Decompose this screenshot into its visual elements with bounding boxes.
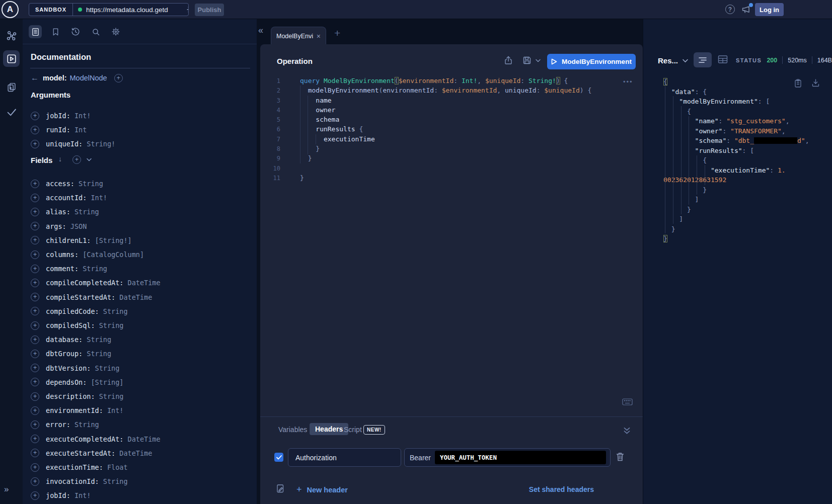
keyboard-shortcuts-icon[interactable] [622, 398, 633, 405]
header-enabled-checkbox[interactable] [274, 453, 283, 462]
collapse-docs-icon[interactable]: « [258, 25, 263, 36]
field-type-link[interactable]: String [79, 180, 103, 188]
field-name-link[interactable]: executionTime: [46, 463, 107, 471]
add-field-icon[interactable]: + [31, 335, 39, 344]
table-view-toggle-icon[interactable] [718, 55, 728, 64]
field-name-link[interactable]: environmentId: [46, 406, 107, 414]
help-icon[interactable]: ? [725, 5, 735, 14]
share-operation-icon[interactable] [504, 56, 513, 65]
doc-field-row[interactable]: +database: String [31, 332, 111, 347]
field-type-link[interactable]: Int! [107, 406, 124, 414]
add-field-icon[interactable]: + [31, 265, 39, 273]
field-name-link[interactable]: compileCompletedAt: [46, 279, 128, 287]
doc-field-row[interactable]: +accountId: Int! [31, 191, 107, 205]
field-type-link[interactable]: String [74, 208, 99, 216]
add-field-icon[interactable]: + [31, 421, 39, 429]
publish-button[interactable]: Publish [195, 4, 224, 16]
add-field-icon[interactable]: + [31, 307, 39, 315]
doc-field-row[interactable]: +dbtVersion: String [31, 361, 119, 375]
add-field-icon[interactable]: + [31, 208, 39, 216]
field-type-link[interactable]: String [87, 350, 111, 358]
field-name-link[interactable]: uniqueId: [46, 140, 87, 148]
add-field-icon[interactable]: + [31, 293, 39, 301]
tab-headers[interactable]: Headers [310, 423, 348, 435]
doc-field-row[interactable]: +dependsOn: [String] [31, 375, 123, 389]
field-type-link[interactable]: String [83, 265, 107, 273]
raw-view-toggle-icon[interactable] [694, 52, 712, 67]
doc-field-row[interactable]: +compiledSql: String [31, 318, 123, 332]
delete-header-icon[interactable] [616, 452, 625, 462]
field-type-link[interactable]: String [103, 477, 128, 485]
doc-field-row[interactable]: +columns: [CatalogColumn] [31, 247, 144, 262]
doc-field-row[interactable]: +dbtGroup: String [31, 347, 111, 361]
field-name-link[interactable]: dependsOn: [46, 378, 91, 386]
add-field-icon[interactable]: + [114, 74, 123, 82]
field-name-link[interactable]: invocationId: [46, 477, 103, 485]
add-field-icon[interactable]: + [31, 477, 39, 486]
collections-icon[interactable] [3, 78, 20, 95]
add-field-icon[interactable]: + [31, 321, 39, 330]
doc-field-row[interactable]: +comment: String [31, 262, 107, 276]
field-type-link[interactable]: String [87, 335, 111, 344]
graphql-editor[interactable]: 1query ModelByEnvironment($environmentId… [260, 76, 591, 183]
checks-icon[interactable] [3, 104, 20, 120]
login-button[interactable]: Log in [755, 3, 784, 16]
field-name-link[interactable]: columns: [46, 250, 83, 259]
field-name-link[interactable]: comment: [46, 265, 83, 273]
field-type-link[interactable]: [String!] [95, 236, 132, 244]
doc-field-row[interactable]: +compileCompletedAt: DateTime [31, 276, 161, 290]
field-type-link[interactable]: Int! [74, 491, 91, 499]
tab-script[interactable]: Script [344, 426, 362, 434]
doc-field-row[interactable]: +childrenL1: [String!] [31, 233, 132, 247]
fields-options-chevron-icon[interactable] [87, 158, 92, 161]
add-field-icon[interactable]: + [31, 126, 39, 134]
sort-fields-icon[interactable]: ↓ [58, 155, 62, 163]
connection-settings-gear-icon[interactable] [186, 5, 189, 14]
doc-field-row[interactable]: +executeStartedAt: DateTime [31, 446, 152, 460]
breadcrumb-type-link[interactable]: ModelNode [70, 74, 107, 82]
add-field-icon[interactable]: + [31, 406, 39, 415]
close-tab-icon[interactable]: × [317, 32, 321, 40]
tab-variables[interactable]: Variables [278, 426, 307, 434]
doc-field-row[interactable]: +jobId: Int! [31, 488, 91, 502]
field-type-link[interactable]: String [95, 364, 120, 372]
add-field-icon[interactable]: + [31, 449, 39, 457]
field-name-link[interactable]: compiledSql: [46, 321, 99, 329]
field-type-link[interactable]: JSON [70, 222, 87, 230]
history-icon[interactable] [69, 25, 82, 38]
field-name-link[interactable]: error: [46, 421, 74, 429]
add-field-icon[interactable]: + [31, 364, 39, 372]
field-type-link[interactable]: Int [74, 126, 87, 134]
doc-field-row[interactable]: +jobId: Int! [31, 109, 91, 123]
field-type-link[interactable]: Int! [74, 112, 91, 120]
field-name-link[interactable]: dbtGroup: [46, 350, 87, 358]
field-type-link[interactable]: DateTime [119, 293, 152, 301]
field-name-link[interactable]: access: [46, 180, 79, 188]
doc-field-row[interactable]: +invocationId: String [31, 474, 128, 488]
header-key-input[interactable]: Authorization [288, 448, 401, 467]
field-name-link[interactable]: jobId: [46, 491, 74, 499]
field-type-link[interactable]: String [99, 321, 124, 329]
field-type-link[interactable]: String! [87, 140, 115, 148]
field-type-link[interactable]: String [74, 421, 99, 429]
field-name-link[interactable]: accountId: [46, 194, 91, 202]
save-options-chevron-icon[interactable] [536, 59, 541, 62]
add-field-icon[interactable]: + [31, 435, 39, 443]
bookmarks-icon[interactable] [49, 25, 62, 38]
download-response-icon[interactable] [811, 78, 820, 88]
add-field-icon[interactable]: + [31, 378, 39, 386]
new-tab-icon[interactable]: + [334, 27, 340, 39]
apollo-logo[interactable]: A [2, 1, 19, 18]
explorer-settings-gear-icon[interactable] [109, 25, 122, 38]
doc-field-row[interactable]: +compiledCode: String [31, 304, 128, 318]
doc-field-row[interactable]: +description: String [31, 389, 123, 403]
schema-graph-icon[interactable] [3, 27, 20, 44]
doc-field-row[interactable]: +runId: Int [31, 123, 87, 137]
doc-field-row[interactable]: +error: String [31, 417, 99, 432]
auth-token-field[interactable]: YOUR_AUTH_TOKEN [435, 451, 606, 464]
search-icon[interactable] [89, 25, 102, 38]
edit-document-icon[interactable] [276, 484, 285, 493]
field-name-link[interactable]: executeStartedAt: [46, 449, 119, 457]
back-arrow-icon[interactable]: ← [31, 73, 43, 82]
add-field-icon[interactable]: + [31, 236, 39, 244]
